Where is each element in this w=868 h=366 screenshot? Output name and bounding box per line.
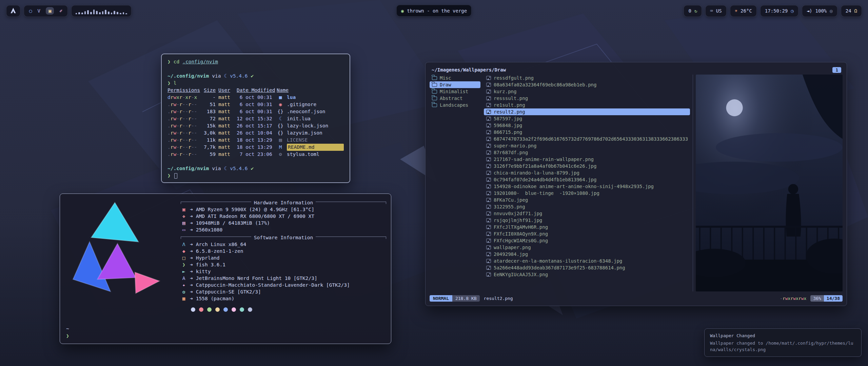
file-size: - bbox=[201, 94, 216, 101]
icon-theme-icon: ✿ bbox=[181, 288, 187, 295]
arrow-icon: ➜ bbox=[190, 275, 193, 282]
file-row[interactable]: wallpaper.png bbox=[484, 244, 690, 251]
notification-toast[interactable]: Wallpaper Changed Wallpaper changed to /… bbox=[704, 328, 862, 357]
file-row[interactable]: kurz.png bbox=[484, 88, 690, 95]
listing-row: .rw-r--r-- 7,7k matt 18 oct 13:29 M READ… bbox=[167, 144, 344, 151]
file-name: FXfcHgcWIAMzs0G.png bbox=[494, 238, 548, 243]
volume-widget[interactable]: ◄) 100% ◎ bbox=[802, 5, 837, 17]
arrow-icon: ➜ bbox=[190, 261, 193, 268]
visualizer-bar bbox=[117, 12, 118, 14]
file-row[interactable]: resssult.png bbox=[484, 95, 690, 102]
font-icon: A bbox=[181, 275, 187, 282]
prompt-symbol: ❯ bbox=[66, 332, 69, 340]
folder-icon bbox=[432, 76, 437, 80]
file-permissions: .rw-r--r-- bbox=[167, 151, 198, 158]
file-row[interactable]: atardecer-en-la-montanas-ilustracion-634… bbox=[484, 258, 690, 264]
file-name: wallpaper.png bbox=[494, 245, 531, 250]
sidebar-folder[interactable]: Abstract bbox=[430, 95, 480, 102]
workspace-switcher[interactable]: ◯V▣✐ bbox=[24, 5, 68, 17]
image-file-icon bbox=[486, 184, 491, 188]
file-name: result2.png bbox=[494, 109, 525, 115]
file-row[interactable]: FXfcJlTXgAMvH6R.png bbox=[484, 224, 690, 230]
speaker-icon: ◄) bbox=[807, 8, 812, 14]
input-line[interactable]: ❯ bbox=[167, 172, 344, 179]
file-row[interactable]: ressdfgult.png bbox=[484, 75, 690, 81]
file-row[interactable]: 217167-sad-anime-rain-wallpaper.png bbox=[484, 156, 690, 163]
file-row[interactable]: chica-mirando-la-luna-8799.jpg bbox=[484, 169, 690, 176]
info-line: A ➜ JetBrainsMono Nerd Font Light 10 [GT… bbox=[181, 275, 386, 282]
sidebar-folder[interactable]: Minimalist bbox=[430, 88, 480, 95]
sidebar-folder[interactable]: Landscapes bbox=[430, 102, 480, 108]
notifications-widget[interactable]: 24 Ω bbox=[841, 5, 862, 17]
media-widget[interactable]: ◉ thrown - on the verge bbox=[396, 5, 472, 17]
file-row[interactable]: 0c794faf07de24a4db4d4fb1eb813964.jpg bbox=[484, 176, 690, 183]
color-dot bbox=[223, 307, 228, 312]
launcher-button[interactable] bbox=[6, 5, 20, 17]
visualizer-bar bbox=[125, 13, 127, 14]
color-dot bbox=[232, 307, 236, 312]
keyboard-layout-widget[interactable]: ⌨ US bbox=[705, 5, 726, 17]
file-manager-window[interactable]: ~/Imagenes/Wallpapers/Draw 1 Misc Draw M… bbox=[425, 62, 847, 306]
directory-listing: Permissions Size User Date Modified Name… bbox=[167, 87, 344, 158]
file-date: 6 oct 00:31 bbox=[237, 94, 274, 101]
file-row[interactable]: re1sult.png bbox=[484, 102, 690, 108]
json-icon: {} bbox=[277, 108, 284, 115]
visualizer-bar bbox=[87, 10, 89, 14]
file-row[interactable]: 3126f7e9bbf21a8a4af0b67b041c6e26.jpg bbox=[484, 163, 690, 169]
terminal-window[interactable]: ❯ cd .config/nvim ~/.config/nvim via ☾ v… bbox=[161, 54, 350, 183]
file-row[interactable]: FXfcII0X0AQyn9X.png bbox=[484, 230, 690, 237]
file-row[interactable]: 587597.jpg bbox=[484, 115, 690, 122]
file-row[interactable]: 08a634fa02a32364f69ebc86a98eb1eb.png bbox=[484, 81, 690, 88]
file-date: 6 oct 00:31 bbox=[237, 101, 274, 108]
file-row[interactable]: 87r687df.png bbox=[484, 149, 690, 156]
sidebar-folder[interactable]: Misc bbox=[430, 75, 480, 81]
file-row[interactable]: nnvuv0xj2df71.jpg bbox=[484, 210, 690, 217]
info-line: □ ➜ Hyprland bbox=[181, 255, 386, 261]
memory-icon: ▤ bbox=[181, 220, 187, 226]
vivaldi-icon[interactable]: V bbox=[37, 8, 40, 14]
file-row[interactable]: result2.png bbox=[484, 108, 690, 115]
success-mark: ✔ bbox=[251, 165, 254, 172]
circle-icon[interactable]: ◯ bbox=[29, 8, 32, 14]
weather-widget[interactable]: ☀ 26°C bbox=[730, 5, 757, 17]
file-row[interactable]: 5a266e448add93deab367d87173e9f25-6837886… bbox=[484, 264, 690, 271]
image-file-icon bbox=[486, 110, 491, 114]
file-row[interactable]: rsjqojlmjhf91.jpg bbox=[484, 217, 690, 224]
listing-row: .rw-r--r-- 15k matt 26 oct 15:17 {} lazy… bbox=[167, 122, 344, 129]
file-name: 8FKa7Cu.jpeg bbox=[494, 197, 528, 203]
lua-icon: ☾ bbox=[224, 73, 227, 80]
prompt-symbol: ❯ bbox=[167, 80, 171, 87]
system-info-window[interactable]: Hardware Information ▣ ➜ AMD Ryzen 9 590… bbox=[60, 194, 391, 344]
file-size: 51 bbox=[201, 101, 216, 108]
file-row[interactable]: super-mario.png bbox=[484, 142, 690, 149]
sidebar-folder[interactable]: Draw bbox=[430, 81, 480, 88]
clock-widget[interactable]: 17:50:29 ◷ bbox=[760, 5, 798, 17]
visualizer-bar bbox=[120, 13, 121, 14]
shell-command-line: ❯ l bbox=[167, 80, 344, 87]
file-row[interactable]: 3122955.png bbox=[484, 203, 690, 210]
color-dot bbox=[207, 307, 212, 312]
file-row[interactable]: 154928-odinokoe_anime-art-anime-okno-sin… bbox=[484, 183, 690, 190]
brush-icon[interactable]: ✐ bbox=[59, 8, 62, 14]
file-row[interactable]: 8FKa7Cu.jpeg bbox=[484, 197, 690, 203]
hardware-section-header: Hardware Information bbox=[181, 199, 386, 206]
file-name: 87r687df.png bbox=[494, 150, 528, 155]
notification-body: Wallpaper changed to /home/matt/.config/… bbox=[710, 340, 856, 353]
file-row[interactable]: 68747470733a2f2f696d616765732d7769786d70… bbox=[484, 136, 690, 142]
tab-badge[interactable]: 1 bbox=[832, 67, 841, 73]
file-row[interactable]: 866715.png bbox=[484, 129, 690, 136]
file-row[interactable]: 20492984.jpg bbox=[484, 251, 690, 258]
file-row[interactable]: 19201080-__blue-tinge__-1920×1080.jpg bbox=[484, 190, 690, 197]
file-row[interactable]: EeNKYgIUcAAJ5JX.png bbox=[484, 271, 690, 278]
visualizer-bar bbox=[99, 12, 101, 14]
lua-version: v5.4.6 bbox=[230, 165, 248, 172]
file-name: 3122955.png bbox=[494, 204, 525, 209]
file-name: LICENSE bbox=[287, 137, 344, 144]
updates-widget[interactable]: 0 ↻ bbox=[684, 5, 702, 17]
column-header-date: Date Modified bbox=[237, 87, 274, 94]
file-row[interactable]: FXfcHgcWIAMzs0G.png bbox=[484, 237, 690, 244]
folder-icon[interactable]: ▣ bbox=[46, 7, 54, 15]
file-name: resssult.png bbox=[494, 96, 528, 101]
scroll-percent-badge: 36% bbox=[810, 295, 824, 302]
file-row[interactable]: 596848.jpg bbox=[484, 122, 690, 129]
